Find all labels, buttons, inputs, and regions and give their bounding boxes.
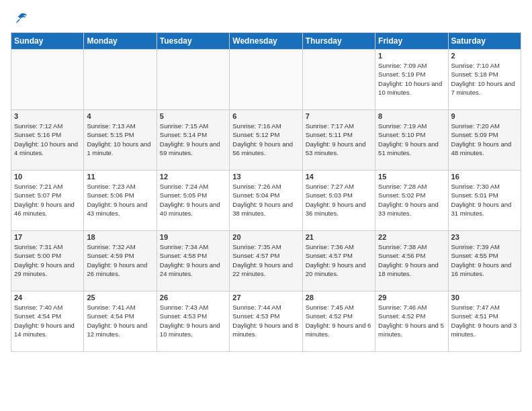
day-number: 14 <box>306 173 372 181</box>
weekday-header: Friday <box>375 33 448 50</box>
calendar-day-cell: 12Sunrise: 7:24 AMSunset: 5:05 PMDayligh… <box>157 171 229 231</box>
day-number: 10 <box>14 173 81 181</box>
day-number: 5 <box>160 112 226 120</box>
day-info: Sunrise: 7:46 AMSunset: 4:52 PMDaylight:… <box>378 303 445 338</box>
day-info: Sunrise: 7:15 AMSunset: 5:14 PMDaylight:… <box>160 122 226 157</box>
day-info: Sunrise: 7:43 AMSunset: 4:53 PMDaylight:… <box>160 303 226 338</box>
day-number: 20 <box>232 233 299 241</box>
day-number: 25 <box>87 293 153 302</box>
calendar-week-row: 1Sunrise: 7:09 AMSunset: 5:19 PMDaylight… <box>11 50 521 110</box>
day-number: 12 <box>160 173 226 181</box>
calendar-day-cell: 28Sunrise: 7:45 AMSunset: 4:52 PMDayligh… <box>302 291 375 352</box>
calendar-day-cell: 9Sunrise: 7:20 AMSunset: 5:09 PMDaylight… <box>448 110 521 171</box>
logo-bird-icon <box>12 11 28 27</box>
day-number: 7 <box>306 112 372 120</box>
calendar-day-cell: 25Sunrise: 7:41 AMSunset: 4:54 PMDayligh… <box>84 291 157 352</box>
calendar-day-cell: 24Sunrise: 7:40 AMSunset: 4:54 PMDayligh… <box>11 291 84 352</box>
calendar-week-row: 17Sunrise: 7:31 AMSunset: 5:00 PMDayligh… <box>11 231 521 291</box>
calendar-day-cell: 11Sunrise: 7:23 AMSunset: 5:06 PMDayligh… <box>84 171 157 231</box>
day-info: Sunrise: 7:32 AMSunset: 4:59 PMDaylight:… <box>87 242 153 278</box>
day-number: 15 <box>378 173 445 181</box>
day-info: Sunrise: 7:27 AMSunset: 5:03 PMDaylight:… <box>306 182 372 218</box>
calendar-day-cell: 23Sunrise: 7:39 AMSunset: 4:55 PMDayligh… <box>448 231 521 291</box>
day-info: Sunrise: 7:47 AMSunset: 4:51 PMDaylight:… <box>451 303 518 338</box>
day-number: 22 <box>378 233 445 241</box>
day-info: Sunrise: 7:09 AMSunset: 5:19 PMDaylight:… <box>378 61 445 97</box>
calendar-day-cell: 15Sunrise: 7:28 AMSunset: 5:02 PMDayligh… <box>375 171 448 231</box>
day-number: 16 <box>451 173 518 181</box>
day-info: Sunrise: 7:16 AMSunset: 5:12 PMDaylight:… <box>232 122 299 157</box>
calendar-day-cell <box>302 50 375 110</box>
calendar-day-cell: 22Sunrise: 7:38 AMSunset: 4:56 PMDayligh… <box>375 231 448 291</box>
calendar-day-cell: 30Sunrise: 7:47 AMSunset: 4:51 PMDayligh… <box>448 291 521 352</box>
calendar-day-cell <box>157 50 229 110</box>
day-info: Sunrise: 7:36 AMSunset: 4:57 PMDaylight:… <box>306 242 372 278</box>
calendar-day-cell <box>11 50 84 110</box>
day-number: 2 <box>451 52 518 60</box>
day-info: Sunrise: 7:35 AMSunset: 4:57 PMDaylight:… <box>232 242 299 278</box>
calendar-day-cell: 7Sunrise: 7:17 AMSunset: 5:11 PMDaylight… <box>302 110 375 171</box>
day-info: Sunrise: 7:45 AMSunset: 4:52 PMDaylight:… <box>306 303 372 338</box>
weekday-header: Monday <box>84 33 157 50</box>
day-number: 4 <box>87 112 153 120</box>
day-info: Sunrise: 7:41 AMSunset: 4:54 PMDaylight:… <box>87 303 153 338</box>
weekday-header: Saturday <box>448 33 521 50</box>
day-number: 28 <box>306 293 372 302</box>
day-info: Sunrise: 7:21 AMSunset: 5:07 PMDaylight:… <box>14 182 81 218</box>
day-info: Sunrise: 7:26 AMSunset: 5:04 PMDaylight:… <box>232 182 299 218</box>
day-info: Sunrise: 7:12 AMSunset: 5:16 PMDaylight:… <box>14 122 81 157</box>
day-number: 9 <box>451 112 518 120</box>
calendar-day-cell: 29Sunrise: 7:46 AMSunset: 4:52 PMDayligh… <box>375 291 448 352</box>
calendar-table: SundayMondayTuesdayWednesdayThursdayFrid… <box>11 32 521 352</box>
day-info: Sunrise: 7:20 AMSunset: 5:09 PMDaylight:… <box>451 122 518 157</box>
day-info: Sunrise: 7:23 AMSunset: 5:06 PMDaylight:… <box>87 182 153 218</box>
calendar-day-cell: 17Sunrise: 7:31 AMSunset: 5:00 PMDayligh… <box>11 231 84 291</box>
weekday-header: Sunday <box>11 33 84 50</box>
calendar-day-cell: 16Sunrise: 7:30 AMSunset: 5:01 PMDayligh… <box>448 171 521 231</box>
day-number: 1 <box>378 52 445 60</box>
day-number: 11 <box>87 173 153 181</box>
day-number: 17 <box>14 233 81 241</box>
calendar-day-cell: 13Sunrise: 7:26 AMSunset: 5:04 PMDayligh… <box>230 171 302 231</box>
calendar-day-cell: 6Sunrise: 7:16 AMSunset: 5:12 PMDaylight… <box>230 110 302 171</box>
day-info: Sunrise: 7:38 AMSunset: 4:56 PMDaylight:… <box>378 242 445 278</box>
calendar-day-cell <box>230 50 302 110</box>
calendar-day-cell: 19Sunrise: 7:34 AMSunset: 4:58 PMDayligh… <box>157 231 229 291</box>
day-number: 18 <box>87 233 153 241</box>
calendar-day-cell: 18Sunrise: 7:32 AMSunset: 4:59 PMDayligh… <box>84 231 157 291</box>
weekday-header: Tuesday <box>157 33 229 50</box>
day-info: Sunrise: 7:19 AMSunset: 5:10 PMDaylight:… <box>378 122 445 157</box>
day-number: 27 <box>232 293 299 302</box>
day-number: 29 <box>378 293 445 302</box>
calendar-week-row: 3Sunrise: 7:12 AMSunset: 5:16 PMDaylight… <box>11 110 521 171</box>
calendar-day-cell <box>84 50 157 110</box>
day-info: Sunrise: 7:40 AMSunset: 4:54 PMDaylight:… <box>14 303 81 338</box>
page-header <box>11 11 521 27</box>
calendar-week-row: 24Sunrise: 7:40 AMSunset: 4:54 PMDayligh… <box>11 291 521 352</box>
day-info: Sunrise: 7:13 AMSunset: 5:15 PMDaylight:… <box>87 122 153 157</box>
day-info: Sunrise: 7:17 AMSunset: 5:11 PMDaylight:… <box>306 122 372 157</box>
day-info: Sunrise: 7:30 AMSunset: 5:01 PMDaylight:… <box>451 182 518 218</box>
calendar-day-cell: 1Sunrise: 7:09 AMSunset: 5:19 PMDaylight… <box>375 50 448 110</box>
calendar-day-cell: 8Sunrise: 7:19 AMSunset: 5:10 PMDaylight… <box>375 110 448 171</box>
day-number: 13 <box>232 173 299 181</box>
day-number: 19 <box>160 233 226 241</box>
day-number: 8 <box>378 112 445 120</box>
calendar-day-cell: 14Sunrise: 7:27 AMSunset: 5:03 PMDayligh… <box>302 171 375 231</box>
calendar-week-row: 10Sunrise: 7:21 AMSunset: 5:07 PMDayligh… <box>11 171 521 231</box>
calendar-day-cell: 27Sunrise: 7:44 AMSunset: 4:53 PMDayligh… <box>230 291 302 352</box>
day-number: 6 <box>232 112 299 120</box>
day-info: Sunrise: 7:34 AMSunset: 4:58 PMDaylight:… <box>160 242 226 278</box>
weekday-header: Thursday <box>302 33 375 50</box>
day-info: Sunrise: 7:24 AMSunset: 5:05 PMDaylight:… <box>160 182 226 218</box>
calendar-day-cell: 10Sunrise: 7:21 AMSunset: 5:07 PMDayligh… <box>11 171 84 231</box>
calendar-day-cell: 5Sunrise: 7:15 AMSunset: 5:14 PMDaylight… <box>157 110 229 171</box>
calendar-day-cell: 21Sunrise: 7:36 AMSunset: 4:57 PMDayligh… <box>302 231 375 291</box>
calendar-day-cell: 4Sunrise: 7:13 AMSunset: 5:15 PMDaylight… <box>84 110 157 171</box>
day-number: 21 <box>306 233 372 241</box>
calendar-day-cell: 3Sunrise: 7:12 AMSunset: 5:16 PMDaylight… <box>11 110 84 171</box>
day-number: 30 <box>451 293 518 302</box>
day-info: Sunrise: 7:10 AMSunset: 5:18 PMDaylight:… <box>451 61 518 97</box>
day-number: 26 <box>160 293 226 302</box>
logo <box>11 11 28 27</box>
